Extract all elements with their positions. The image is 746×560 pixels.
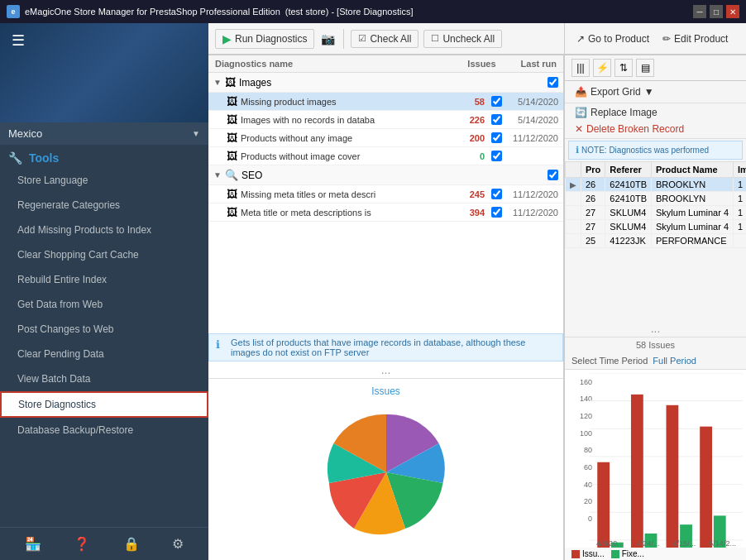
table-row[interactable]: ▶ 26 62410TB BROOKLYN 1: [566, 178, 747, 192]
edit-product-button[interactable]: ✏ Edit Product: [658, 31, 733, 47]
sort-icon-button[interactable]: ⇅: [614, 59, 633, 77]
options-icon-button[interactable]: ▤: [636, 59, 654, 77]
diag-item-no-records[interactable]: 🖼 Images with no records in databa 226 5…: [208, 111, 563, 129]
row-pro: 27: [581, 220, 605, 234]
store-title: (test store) - [Store Diagnostics]: [285, 7, 414, 17]
diag-item-date-missing: 5/14/2020: [509, 97, 558, 107]
table-col-product[interactable]: Product Name: [652, 162, 734, 178]
columns-icon-button[interactable]: |||: [571, 59, 590, 77]
sidebar-item-view-batch[interactable]: View Batch Data: [0, 366, 208, 391]
image-actions-row: 🔄 Replace Image ✕ Delete Broken Record: [565, 103, 746, 139]
hamburger-button[interactable]: ☰: [7, 30, 30, 51]
diag-item-count-noimage: 200: [456, 133, 485, 143]
diag-item-label-missing: Missing product images: [241, 97, 452, 107]
row-referer: SKLUM4: [605, 220, 652, 234]
sidebar-item-add-missing-products[interactable]: Add Missing Products to Index: [0, 218, 208, 242]
table-col-referer[interactable]: Referer: [605, 162, 652, 178]
row-product: Skylum Luminar 4: [652, 220, 734, 234]
diag-item-check-meta[interactable]: [491, 189, 502, 199]
help-bottom-icon[interactable]: ❓: [70, 533, 93, 555]
run-diagnostics-button[interactable]: ▶ Run Diagnostics: [215, 29, 314, 49]
seo-group-checkbox[interactable]: [548, 170, 558, 180]
svg-rect-11: [631, 394, 643, 548]
settings-bottom-icon[interactable]: ⚙: [169, 533, 187, 555]
sidebar-item-regenerate-categories[interactable]: Regenerate Categories: [0, 193, 208, 218]
info-icon: ℹ: [216, 338, 227, 351]
row-im: 1: [734, 192, 746, 206]
diag-item-check-metadesc[interactable]: [491, 207, 502, 218]
uncheck-all-button[interactable]: ☐ Uncheck All: [423, 30, 502, 48]
content-area: ▶ Run Diagnostics 📷 ☑ Check All ☐ Unchec…: [208, 23, 746, 560]
maximize-button[interactable]: □: [710, 5, 723, 18]
row-im: 1: [734, 178, 746, 192]
table-col-im[interactable]: Im: [734, 162, 746, 178]
diag-group-seo[interactable]: ▼ 🔍 SEO: [208, 165, 563, 185]
sidebar-item-clear-pending[interactable]: Clear Pending Data: [0, 342, 208, 366]
diag-item-date-noimage: 11/12/2020: [509, 133, 558, 143]
sidebar-item-rebuild-index[interactable]: Rebuild Entire Index: [0, 267, 208, 292]
diag-item-no-image[interactable]: 🖼 Products without any image 200 11/12/2…: [208, 129, 563, 147]
row-referer: SKLUM4: [605, 206, 652, 220]
export-grid-button[interactable]: 📤 Export Grid ▼: [570, 84, 659, 99]
diag-item-check-nocover[interactable]: [491, 151, 502, 161]
sidebar-item-store-language[interactable]: Store Language: [0, 168, 208, 193]
x-axis-labels: 4/8/20... 4/24/... 4/15/... 5/14/2...: [590, 539, 743, 548]
main-layout: ☰ Mexico ▼ 🔧 Tools Store Language Regene…: [0, 23, 746, 560]
table-row[interactable]: 25 41223JK PERFORMANCE: [566, 234, 747, 248]
diag-item-check-norecords[interactable]: [491, 114, 502, 125]
diag-item-meta-desc[interactable]: 🖼 Meta title or meta descriptions is 394…: [208, 203, 563, 222]
row-im: 1: [734, 206, 746, 220]
middle-area: Diagnostics name Issues Last run ▼ 🖼 Ima…: [208, 55, 746, 560]
export-dropdown-icon: ▼: [644, 86, 654, 98]
expand-seo-icon: ▼: [213, 170, 222, 179]
replace-image-button[interactable]: 🔄 Replace Image: [570, 105, 741, 120]
delete-record-button[interactable]: ✕ Delete Broken Record: [570, 122, 741, 136]
table-row[interactable]: 26 62410TB BROOKLYN 1: [566, 192, 747, 206]
sidebar-item-post-changes[interactable]: Post Changes to Web: [0, 317, 208, 342]
diag-item-meta-titles[interactable]: 🖼 Missing meta titles or meta descri 245…: [208, 185, 563, 203]
sidebar-item-store-diagnostics[interactable]: Store Diagnostics: [0, 391, 208, 418]
diag-item-check-missing[interactable]: [491, 96, 502, 107]
diag-item-count-missing: 58: [456, 97, 485, 107]
title-bar-left: e eMagicOne Store Manager for PrestaShop…: [7, 5, 413, 18]
filter-icon-button[interactable]: ⚡: [593, 59, 611, 77]
lock-bottom-icon[interactable]: 🔒: [120, 533, 143, 555]
sidebar-region[interactable]: Mexico ▼: [0, 122, 208, 145]
minimize-button[interactable]: ─: [693, 5, 706, 18]
replace-icon: 🔄: [575, 107, 587, 118]
edit-icon: ✏: [662, 33, 671, 45]
close-button[interactable]: ✕: [726, 5, 739, 18]
table-row[interactable]: 27 SKLUM4 Skylum Luminar 4 1: [566, 220, 747, 234]
results-table: Pro Referer Product Name Im ▶ 26 62410TB: [565, 161, 746, 248]
legend-label-issues: Issu...: [582, 549, 605, 558]
row-arrow: [566, 220, 581, 234]
diag-item-no-cover[interactable]: 🖼 Products without image cover 0: [208, 147, 563, 165]
diag-item-missing-images[interactable]: 🖼 Missing product images 58 5/14/2020: [208, 93, 563, 111]
legend-item-issues: Issu...: [571, 549, 605, 558]
images-group-checkbox[interactable]: [548, 77, 558, 88]
row-referer: 62410TB: [605, 178, 652, 192]
seo-group-icon: 🔍: [225, 169, 238, 181]
time-period-label: Select Time Period: [571, 356, 648, 366]
title-bar: e eMagicOne Store Manager for PrestaShop…: [0, 0, 746, 23]
table-col-pro[interactable]: Pro: [581, 162, 605, 178]
diag-item-check-noimage[interactable]: [491, 132, 502, 143]
row-referer: 41223JK: [605, 234, 652, 248]
diag-item-icon-metadesc: 🖼: [227, 206, 237, 218]
sidebar-item-get-data[interactable]: Get Data from Web: [0, 292, 208, 317]
chevron-down-icon: ▼: [192, 129, 200, 138]
diag-item-count-metadesc: 394: [456, 208, 485, 218]
images-group-label: Images: [239, 77, 544, 89]
diag-item-label-meta: Missing meta titles or meta descri: [241, 189, 452, 199]
store-bottom-icon[interactable]: 🏪: [22, 533, 45, 555]
check-all-button[interactable]: ☑ Check All: [351, 30, 418, 48]
issues-count-bar: 58 Issues: [565, 337, 746, 352]
diag-group-images[interactable]: ▼ 🖼 Images: [208, 73, 563, 93]
row-product: BROOKLYN: [652, 178, 734, 192]
right-panel: ||| ⚡ ⇅ ▤ 📤 Export Grid ▼ 🔄 R: [564, 55, 746, 560]
sidebar-item-database-backup[interactable]: Database Backup/Restore: [0, 418, 208, 443]
table-row[interactable]: 27 SKLUM4 Skylum Luminar 4 1: [566, 206, 747, 220]
go-to-product-button[interactable]: ↗ Go to Product: [571, 31, 654, 47]
diag-item-count-norecords: 226: [456, 115, 485, 125]
sidebar-item-clear-shopping-cart[interactable]: Clear Shopping Cart Cache: [0, 242, 208, 267]
